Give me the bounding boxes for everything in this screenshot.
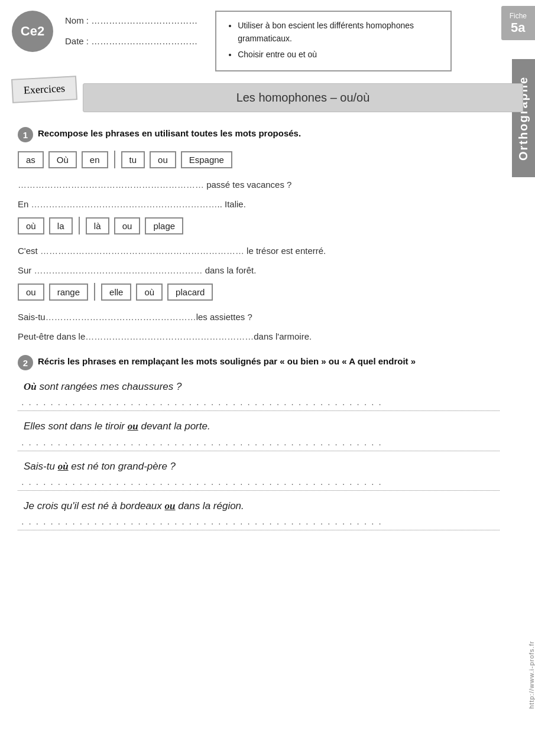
word-box: tu (121, 151, 145, 168)
nom-label: Nom : (65, 15, 89, 25)
sentence-line-3: C'est …………………………………………………………… le trésor … (18, 243, 500, 259)
exercise2-sentence-4: Je crois qu'il est né à bordeaux ou dans… (24, 498, 500, 514)
word-box: ou (114, 217, 141, 234)
word-box: Où (48, 151, 77, 168)
highlighted-word-3: où (58, 461, 69, 472)
sentence-line-1: ……………………………………………………… passé tes vacances… (18, 177, 500, 193)
date-line: Date : ……………………………… (65, 36, 197, 46)
exercise2-sentence-1: Où sont rangées mes chaussures ? (24, 379, 500, 395)
exercises-header: Exercices Les homophones – ou/où (12, 83, 523, 112)
url-label: http://www.i-profs.fr (528, 641, 535, 709)
fiche-badge: Fiche 5a (501, 6, 535, 40)
sentence-line-4: Sur ………………………………………………… dans la forêt. (18, 262, 500, 278)
word-box: où (18, 217, 44, 234)
objective-item-2: Choisir entre ou et où (238, 48, 440, 61)
sentence-line-5: Sais-tu……………………………………………les assiettes ? (18, 309, 500, 325)
date-label: Date : (65, 36, 89, 46)
fiche-label: Fiche (510, 12, 527, 20)
word-box: Espagne (181, 151, 232, 168)
objectives-box: Utiliser à bon escient les différents ho… (215, 11, 452, 71)
word-box: plage (145, 217, 183, 234)
sentence-line-6: Peut-être dans le…………………………………………………dans… (18, 328, 500, 344)
word-box: as (18, 151, 44, 168)
orthographe-side-label: Orthographe (512, 59, 535, 177)
exercises-tag: Exercices (11, 76, 77, 103)
fiche-number: 5a (510, 20, 527, 35)
word-separator (79, 217, 80, 234)
date-dots: ……………………………… (91, 36, 197, 46)
highlighted-word-4: ou (165, 500, 176, 511)
nom-date-section: Nom : ……………………………… Date : ……………………………… (65, 15, 197, 46)
word-box: range (49, 284, 88, 301)
answer-line-1: . . . . . . . . . . . . . . . . . . . . … (18, 397, 500, 411)
sentence-line-2: En ……………………………………………………….. Italie. (18, 196, 500, 212)
word-separator (114, 151, 115, 168)
answer-line-3: . . . . . . . . . . . . . . . . . . . . … (18, 477, 500, 491)
nom-line: Nom : ……………………………… (65, 15, 197, 25)
exercise2-section: 2 Récris les phrases en remplaçant les m… (18, 355, 500, 530)
word-box: ou (18, 284, 44, 301)
word-box: la (49, 217, 73, 234)
exercise2-sentence-2: Elles sont dans le tiroir ou devant la p… (24, 418, 500, 434)
highlighted-word-1: Où (24, 381, 37, 392)
word-box: où (136, 284, 163, 301)
ce2-label: Ce2 (21, 24, 44, 39)
word-set-3: ou range elle où placard (18, 283, 500, 301)
exercise2-sentence-3: Sais-tu où est né ton grand-père ? (24, 458, 500, 474)
exercise2-number: 2 (18, 355, 33, 370)
word-set-1: as Où en tu ou Espagne (18, 151, 500, 168)
ce2-badge: Ce2 (12, 11, 53, 52)
exercise2-title: Récris les phrases en remplaçant les mot… (38, 355, 416, 369)
exercise1-title: Recompose les phrases en utilisant toute… (38, 127, 301, 141)
word-box: placard (167, 284, 213, 301)
answer-line-4: . . . . . . . . . . . . . . . . . . . . … (18, 516, 500, 530)
exercise1-header: 1 Recompose les phrases en utilisant tou… (18, 127, 500, 142)
page-title: Les homophones – ou/où (83, 83, 523, 112)
answer-line-2: . . . . . . . . . . . . . . . . . . . . … (18, 437, 500, 451)
highlighted-word-2: ou (128, 421, 138, 432)
word-box: elle (101, 284, 131, 301)
word-box: là (86, 217, 109, 234)
word-box: ou (150, 151, 176, 168)
objective-item-1: Utiliser à bon escient les différents ho… (238, 19, 440, 45)
main-content: 1 Recompose les phrases en utilisant tou… (0, 115, 517, 543)
objectives-list: Utiliser à bon escient les différents ho… (227, 19, 440, 61)
exercise2-header: 2 Récris les phrases en remplaçant les m… (18, 355, 500, 370)
exercise1-number: 1 (18, 127, 33, 142)
word-set-2: où la là ou plage (18, 217, 500, 234)
nom-dots: ……………………………… (91, 15, 197, 25)
top-section: Ce2 Nom : ……………………………… Date : …………………………… (0, 0, 535, 77)
word-separator (94, 283, 95, 301)
word-box: en (82, 151, 108, 168)
